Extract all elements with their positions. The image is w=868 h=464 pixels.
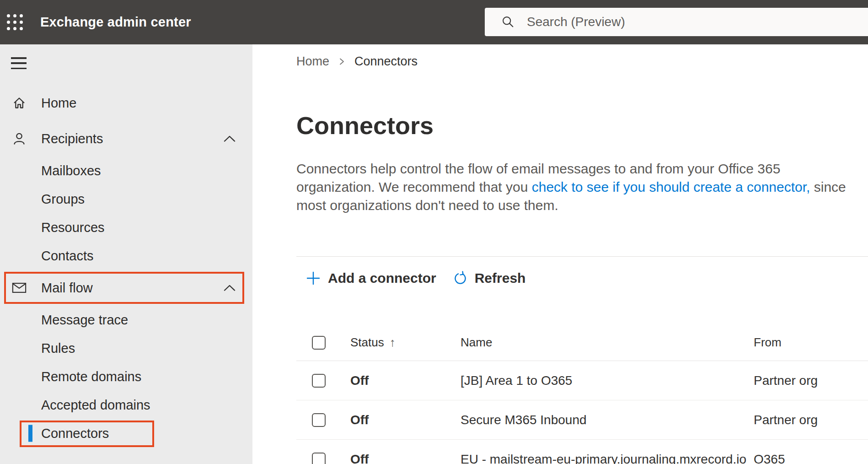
cell-from: Partner org <box>754 413 868 427</box>
refresh-icon <box>453 271 468 286</box>
table-row[interactable]: OffEU - mailstream-eu-primary.journaling… <box>296 440 868 464</box>
add-connector-label: Add a connector <box>328 270 436 286</box>
sidebar-item-remote-domains[interactable]: Remote domains <box>0 362 252 391</box>
waffle-icon <box>7 14 23 30</box>
nav-collapse-button[interactable] <box>11 56 27 70</box>
chevron-up-icon <box>223 284 236 291</box>
app-launcher-button[interactable] <box>0 0 29 44</box>
add-connector-button[interactable]: Add a connector <box>305 270 436 286</box>
cell-name: Secure M365 Inbound <box>461 413 754 427</box>
breadcrumb: Home Connectors <box>296 54 868 68</box>
breadcrumb-current: Connectors <box>354 54 418 69</box>
sidebar-item-label: Contacts <box>41 248 93 264</box>
sidebar-item-label: Resources <box>41 220 105 235</box>
sidebar: HomeRecipientsMailboxesGroupsResourcesCo… <box>0 44 252 464</box>
create-connector-check-link[interactable]: check to see if you should create a conn… <box>532 179 810 194</box>
plus-icon <box>305 270 321 286</box>
connectors-table: Status ↑ Name From Off[JB] Area 1 to O36… <box>296 324 868 464</box>
sidebar-item-label: Rules <box>41 341 75 356</box>
cell-status: Off <box>350 452 461 464</box>
sidebar-item-mail-flow[interactable]: Mail flow <box>0 273 252 302</box>
section-divider <box>296 256 868 257</box>
refresh-button[interactable]: Refresh <box>453 270 526 286</box>
sidebar-item-home[interactable]: Home <box>0 88 252 118</box>
app-title: Exchange admin center <box>40 15 191 30</box>
name-header-label: Name <box>461 335 492 350</box>
status-header-label: Status <box>350 335 384 350</box>
sidebar-item-label: Connectors <box>41 426 109 441</box>
table-row[interactable]: Off[JB] Area 1 to O365Partner org <box>296 361 868 400</box>
cell-from: O365 <box>754 452 868 464</box>
sidebar-item-label: Groups <box>41 192 85 207</box>
search-input[interactable] <box>527 8 868 36</box>
cell-name: [JB] Area 1 to O365 <box>461 373 754 388</box>
sidebar-item-mailboxes[interactable]: Mailboxes <box>0 156 252 185</box>
column-header-name[interactable]: Name <box>461 335 754 350</box>
sidebar-item-label: Mailboxes <box>41 163 101 178</box>
cell-status: Off <box>350 373 461 388</box>
table-body: Off[JB] Area 1 to O365Partner orgOffSecu… <box>296 361 868 464</box>
search-box <box>485 8 868 36</box>
breadcrumb-home[interactable]: Home <box>296 54 329 69</box>
sidebar-item-message-trace[interactable]: Message trace <box>0 306 252 334</box>
row-checkbox[interactable] <box>312 453 326 464</box>
home-icon <box>12 96 27 110</box>
selected-indicator <box>28 425 32 442</box>
search-icon <box>501 15 515 29</box>
sidebar-item-label: Message trace <box>41 313 128 328</box>
row-checkbox[interactable] <box>312 374 326 388</box>
sidebar-item-label: Remote domains <box>41 369 141 384</box>
sidebar-item-rules[interactable]: Rules <box>0 334 252 362</box>
refresh-label: Refresh <box>475 270 526 286</box>
sidebar-item-label: Home <box>41 96 76 111</box>
sort-ascending-icon: ↑ <box>390 335 396 350</box>
chevron-right-icon <box>338 58 345 65</box>
main-content: Home Connectors Connectors Connectors he… <box>252 44 868 464</box>
from-header-label: From <box>754 335 782 350</box>
cell-name: EU - mailstream-eu-primary.journaling.mx… <box>461 452 754 464</box>
person-icon <box>12 131 27 146</box>
cell-from: Partner org <box>754 373 868 388</box>
command-bar: Add a connector Refresh <box>296 267 868 290</box>
sidebar-item-accepted-domains[interactable]: Accepted domains <box>0 391 252 419</box>
table-row[interactable]: OffSecure M365 InboundPartner org <box>296 400 868 440</box>
cell-status: Off <box>350 413 461 427</box>
sidebar-item-connectors[interactable]: Connectors <box>0 419 252 448</box>
sidebar-item-label: Recipients <box>41 131 103 146</box>
mail-icon <box>12 281 27 295</box>
sidebar-item-groups[interactable]: Groups <box>0 185 252 213</box>
sidebar-item-contacts[interactable]: Contacts <box>0 242 252 270</box>
column-header-from[interactable]: From <box>754 335 868 350</box>
sidebar-item-label: Mail flow <box>41 281 93 296</box>
top-bar: Exchange admin center <box>0 0 868 44</box>
chevron-up-icon <box>223 135 236 142</box>
sidebar-nav: HomeRecipientsMailboxesGroupsResourcesCo… <box>0 85 252 448</box>
table-header-row: Status ↑ Name From <box>296 324 868 361</box>
annotation-box <box>4 272 244 304</box>
sidebar-item-recipients[interactable]: Recipients <box>0 124 252 153</box>
select-all-checkbox[interactable] <box>312 336 326 350</box>
page-title: Connectors <box>296 111 868 140</box>
sidebar-item-resources[interactable]: Resources <box>0 213 252 242</box>
row-checkbox[interactable] <box>312 413 326 427</box>
sidebar-item-label: Accepted domains <box>41 398 150 413</box>
column-header-status[interactable]: Status ↑ <box>350 335 461 350</box>
page-description: Connectors help control the flow of emai… <box>296 160 851 215</box>
